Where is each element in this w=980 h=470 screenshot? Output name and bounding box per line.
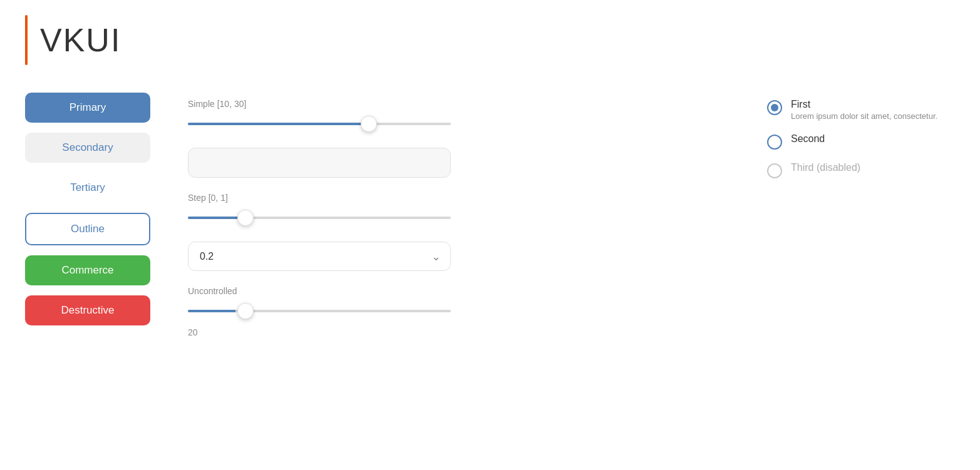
radio-column: First Lorem ipsum dolor sit amet, consec… bbox=[767, 93, 955, 178]
secondary-button[interactable]: Secondary bbox=[25, 133, 150, 163]
uncontrolled-slider-group: Uncontrolled 20 bbox=[188, 286, 451, 337]
radio-text-second: Second bbox=[791, 133, 825, 145]
commerce-button[interactable]: Commerce bbox=[25, 255, 150, 285]
radio-item-second[interactable]: Second bbox=[767, 133, 955, 150]
radio-circle-second bbox=[767, 135, 782, 150]
step-select[interactable]: 0.0 0.1 0.2 0.3 0.4 0.5 0.6 0.7 0.8 0.9 … bbox=[188, 242, 451, 271]
simple-slider-input[interactable] bbox=[188, 123, 451, 125]
tertiary-button[interactable]: Tertiary bbox=[25, 173, 150, 203]
radio-circle-first bbox=[767, 100, 782, 115]
radio-desc-first: Lorem ipsum dolor sit amet, consectetur. bbox=[791, 111, 937, 121]
step-slider-input[interactable] bbox=[188, 217, 451, 219]
uncontrolled-slider-track bbox=[188, 302, 451, 320]
radio-title-third: Third (disabled) bbox=[791, 162, 860, 173]
radio-item-first[interactable]: First Lorem ipsum dolor sit amet, consec… bbox=[767, 99, 955, 121]
header: VKUI bbox=[0, 0, 980, 80]
step-slider-group: Step [0, 1] bbox=[188, 193, 451, 227]
buttons-column: Primary Secondary Tertiary Outline Comme… bbox=[25, 93, 150, 325]
outline-button[interactable]: Outline bbox=[25, 213, 150, 245]
primary-button[interactable]: Primary bbox=[25, 93, 150, 123]
step-slider-track bbox=[188, 209, 451, 227]
main-content: Primary Secondary Tertiary Outline Comme… bbox=[0, 80, 980, 350]
uncontrolled-slider-input[interactable] bbox=[188, 310, 451, 312]
simple-slider-track bbox=[188, 115, 451, 133]
step-slider-label: Step [0, 1] bbox=[188, 193, 451, 203]
simple-slider-text-input[interactable]: 24,4234 bbox=[188, 148, 451, 178]
app-title: VKUI bbox=[40, 21, 121, 59]
header-accent-bar bbox=[25, 15, 28, 65]
sliders-column: Simple [10, 30] 24,4234 Step [0, 1] 0.0 … bbox=[188, 93, 451, 337]
step-select-wrapper: 0.0 0.1 0.2 0.3 0.4 0.5 0.6 0.7 0.8 0.9 … bbox=[188, 242, 451, 271]
destructive-button[interactable]: Destructive bbox=[25, 295, 150, 325]
radio-text-first: First Lorem ipsum dolor sit amet, consec… bbox=[791, 99, 937, 121]
simple-slider-label: Simple [10, 30] bbox=[188, 99, 451, 109]
radio-item-third: Third (disabled) bbox=[767, 162, 955, 178]
radio-text-third: Third (disabled) bbox=[791, 162, 860, 173]
uncontrolled-value-label: 20 bbox=[188, 327, 451, 337]
uncontrolled-slider-label: Uncontrolled bbox=[188, 286, 451, 296]
radio-title-first: First bbox=[791, 99, 937, 110]
radio-circle-third bbox=[767, 163, 782, 178]
simple-slider-group: Simple [10, 30] bbox=[188, 99, 451, 133]
radio-title-second: Second bbox=[791, 133, 825, 145]
